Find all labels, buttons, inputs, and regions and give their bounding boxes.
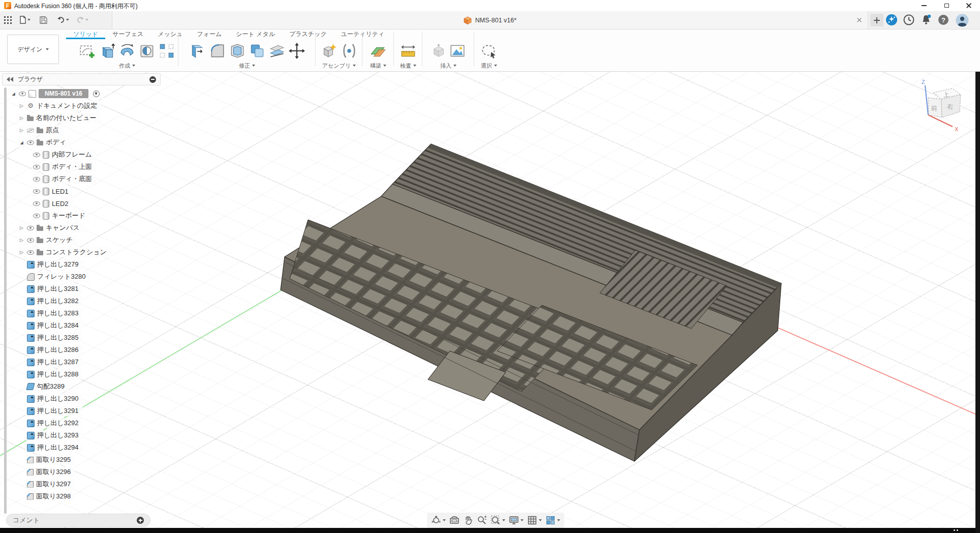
feature-label[interactable]: 面取り3297 (36, 480, 71, 489)
tree-row[interactable]: キーボード (2, 210, 161, 222)
visibility-eye-icon[interactable] (33, 165, 40, 169)
tree-item-label[interactable]: LED1 (52, 188, 69, 195)
zoom-button[interactable] (477, 515, 487, 525)
feature-label[interactable]: 押し出し3293 (37, 431, 79, 440)
feature-row[interactable]: 押し出し3288 (2, 368, 161, 380)
expand-arrow-icon[interactable] (19, 250, 24, 255)
ribbon-tab[interactable]: サーフェス (105, 30, 150, 39)
feature-label[interactable]: 押し出し3282 (37, 297, 79, 306)
ribbon-tab[interactable]: ユーティリティ (334, 30, 392, 39)
tree-item-label[interactable]: ボディ・上面 (52, 162, 92, 171)
visibility-eye-icon[interactable] (27, 238, 34, 243)
visibility-eye-icon[interactable] (33, 177, 40, 182)
feature-label[interactable]: 押し出し3281 (37, 284, 79, 293)
ribbon-tab[interactable]: プラスチック (282, 30, 334, 39)
feature-row[interactable]: 押し出し3284 (2, 319, 161, 332)
hole-icon[interactable] (138, 42, 156, 60)
visibility-eye-icon[interactable] (19, 92, 26, 96)
tree-row[interactable]: LED2 (2, 197, 161, 210)
revolve-icon[interactable] (118, 42, 136, 60)
tree-item-label[interactable]: ボディ・底面 (52, 174, 92, 184)
add-comment-icon[interactable] (137, 517, 144, 524)
press-pull-icon[interactable] (189, 42, 206, 60)
chevron-down-icon[interactable] (520, 519, 524, 521)
maximize-button[interactable] (935, 0, 958, 11)
chevron-down-icon[interactable] (443, 519, 446, 521)
help-icon[interactable]: ? (937, 14, 950, 26)
tree-row[interactable]: 原点 (2, 124, 161, 136)
feature-label[interactable]: フィレット3280 (37, 272, 85, 281)
feature-label[interactable]: 押し出し3288 (37, 370, 79, 379)
group-label-inspect[interactable]: 検査 (394, 62, 422, 69)
root-component-label[interactable]: NMS-801 v16 (39, 89, 88, 98)
feature-row[interactable]: 面取り3297 (2, 478, 161, 490)
tree-row[interactable]: コンストラクション (2, 246, 161, 258)
visibility-eye-icon[interactable] (27, 226, 34, 230)
move-copy-icon[interactable] (288, 42, 305, 60)
feature-label[interactable]: 押し出し3294 (37, 443, 79, 452)
feature-label[interactable]: 押し出し3279 (37, 260, 79, 269)
chevron-down-icon[interactable] (539, 519, 542, 521)
feature-row[interactable]: 勾配3289 (2, 380, 161, 393)
feature-row[interactable]: 押し出し3282 (2, 295, 161, 307)
feature-label[interactable]: 押し出し3291 (37, 406, 79, 416)
collapse-panel-icon[interactable] (7, 77, 14, 82)
chevron-down-icon[interactable] (557, 519, 560, 521)
tree-item-label[interactable]: スケッチ (46, 235, 73, 245)
tree-item-label[interactable]: ドキュメントの設定 (37, 101, 97, 110)
feature-row[interactable]: 押し出し3292 (2, 417, 161, 429)
browser-minimize-icon[interactable] (149, 76, 156, 83)
browser-header[interactable]: ブラウザ (2, 73, 161, 85)
create-sketch-icon[interactable] (79, 42, 96, 60)
expand-arrow-icon[interactable] (19, 238, 24, 243)
tree-row[interactable]: ボディ・上面 (2, 161, 161, 173)
visibility-eye-icon[interactable] (27, 250, 34, 255)
notifications-bell-icon[interactable] (920, 14, 932, 26)
feature-row[interactable]: 押し出し3279 (2, 258, 161, 271)
undo-button[interactable] (57, 14, 69, 25)
visibility-eye-icon[interactable] (33, 153, 40, 157)
ribbon-tab[interactable]: シート メタル (229, 30, 282, 39)
tree-row-root[interactable]: NMS-801 v16 (2, 87, 161, 100)
expand-arrow-icon[interactable] (19, 140, 24, 145)
expand-arrow-icon[interactable] (19, 225, 24, 230)
feature-row[interactable]: 押し出し3283 (2, 307, 161, 319)
save-button[interactable] (40, 14, 47, 25)
tree-item-label[interactable]: 名前の付いたビュー (36, 113, 97, 123)
chevron-down-icon[interactable] (502, 519, 505, 521)
close-window-button[interactable] (958, 0, 980, 11)
new-component-icon[interactable] (321, 42, 338, 60)
fillet-icon[interactable] (209, 42, 226, 60)
tree-row[interactable]: ボディ・底面 (2, 173, 161, 185)
feature-label[interactable]: 面取り3298 (36, 492, 71, 501)
expand-arrow-icon[interactable] (19, 128, 24, 133)
insert-canvas-icon[interactable] (449, 42, 466, 60)
pattern-icon[interactable] (158, 42, 175, 60)
feature-row[interactable]: 押し出し3290 (2, 393, 161, 405)
shell-icon[interactable] (229, 42, 246, 60)
feature-row[interactable]: 押し出し3291 (2, 405, 161, 417)
tree-row[interactable]: 内部フレーム (2, 149, 161, 161)
user-avatar[interactable] (956, 14, 968, 26)
tree-row[interactable]: ボディ (2, 136, 161, 149)
tree-item-label[interactable]: 内部フレーム (52, 150, 92, 159)
group-label-assemble[interactable]: アセンブリ (316, 62, 362, 69)
visibility-eye-icon[interactable] (33, 201, 40, 206)
extensions-icon[interactable] (885, 14, 898, 26)
tree-item-label[interactable]: 原点 (46, 126, 59, 135)
app-grid-icon[interactable] (4, 14, 12, 25)
combine-icon[interactable] (249, 42, 266, 60)
tree-item-label[interactable]: コンストラクション (46, 248, 107, 257)
look-at-button[interactable] (449, 515, 460, 525)
tree-row[interactable]: LED1 (2, 185, 161, 197)
group-label-modify[interactable]: 修正 (179, 62, 315, 69)
workspace-selector[interactable]: デザイン (7, 35, 59, 64)
group-label-insert[interactable]: 挿入 (423, 62, 474, 69)
tree-row[interactable]: 名前の付いたビュー (2, 112, 161, 124)
feature-label[interactable]: 勾配3289 (37, 382, 65, 391)
group-label-select[interactable]: 選択 (475, 62, 503, 69)
extrude-icon[interactable] (99, 42, 116, 60)
visibility-eye-icon[interactable] (33, 214, 40, 218)
feature-row[interactable]: 押し出し3293 (2, 429, 161, 441)
group-label-create[interactable]: 作成 (76, 62, 178, 69)
